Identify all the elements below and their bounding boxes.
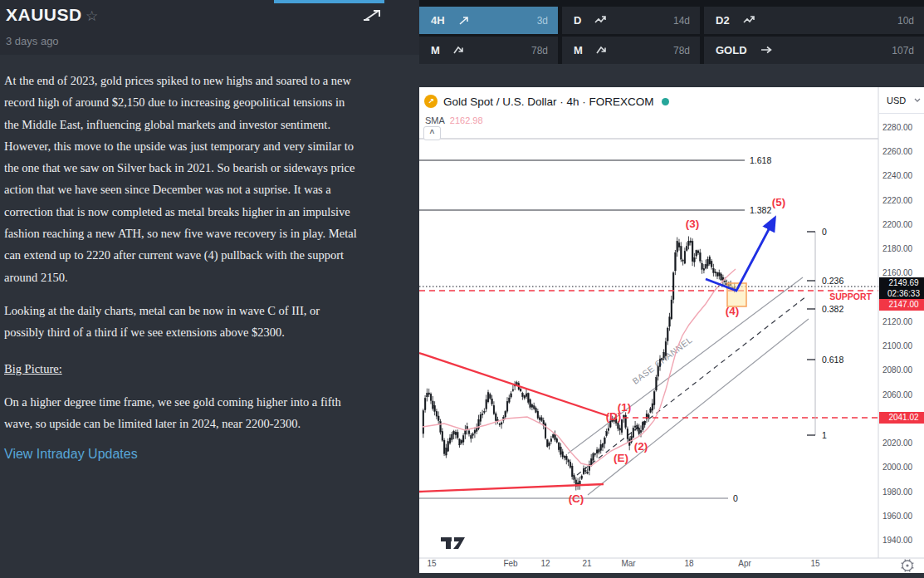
tradingview-logo bbox=[441, 537, 465, 549]
wave-label: (C) bbox=[569, 492, 584, 505]
time-axis-label: 12 bbox=[533, 559, 558, 568]
page: XAUUSD ☆ 3 days ago At the end of 2023, … bbox=[0, 0, 924, 578]
price-axis-label: 2220.00 bbox=[882, 196, 912, 205]
wave4-highlight-box bbox=[727, 283, 746, 306]
tab-duration: 78d bbox=[531, 45, 548, 56]
sma-line bbox=[423, 269, 736, 466]
arrow-up-right-icon bbox=[458, 15, 471, 26]
market-open-dot-icon bbox=[662, 98, 669, 105]
paragraph-2: Looking at the daily charts, metal can b… bbox=[4, 300, 417, 344]
price-chart[interactable]: 1.6181.3820BASE CHANNEL00.2360.3820.6181… bbox=[419, 87, 924, 573]
price-axis-label: 2120.00 bbox=[882, 317, 912, 326]
tab-m-78d[interactable]: M78d bbox=[562, 37, 700, 64]
tab-duration: 3d bbox=[537, 15, 548, 27]
tab-label: M bbox=[574, 44, 583, 56]
chart-legend[interactable]: ↗ Gold Spot / U.S. Dollar · 4h · FOREXCO… bbox=[424, 95, 669, 108]
tab-4h-3d[interactable]: 4H3d bbox=[419, 7, 558, 34]
wave-label: (4) bbox=[726, 305, 740, 317]
wave-label: (2) bbox=[634, 440, 648, 453]
price-axis-label: 2280.00 bbox=[882, 123, 912, 132]
time-axis-label: 15 bbox=[419, 559, 444, 568]
time-axis-label: Mar bbox=[616, 559, 641, 568]
price-axis-label: 2000.00 bbox=[882, 463, 912, 472]
collapse-indicators-button[interactable]: ^ bbox=[423, 126, 441, 140]
favorite-star-icon[interactable]: ☆ bbox=[86, 7, 98, 24]
tab-duration: 107d bbox=[892, 45, 914, 56]
trend-up-icon bbox=[594, 15, 607, 26]
wave5-projection-arrow bbox=[706, 218, 775, 291]
svg-text:SUPPORT: SUPPORT bbox=[829, 291, 872, 301]
time-axis-label: 21 bbox=[574, 559, 599, 568]
chart-symbol-title: Gold Spot / U.S. Dollar · 4h · FOREXCOM bbox=[443, 96, 654, 108]
chart-panel: 1.6181.3820BASE CHANNEL00.2360.3820.6181… bbox=[419, 87, 924, 573]
tab-label: D bbox=[574, 14, 581, 27]
svg-text:1: 1 bbox=[822, 430, 827, 440]
price-axis-label: 1980.00 bbox=[882, 487, 912, 497]
paragraph-1: At the end of 2023, gold prices spiked t… bbox=[4, 70, 417, 288]
big-picture-heading: Big Picture: bbox=[4, 358, 417, 380]
tab-label: M bbox=[431, 44, 440, 56]
tab-duration: 10d bbox=[897, 15, 914, 27]
bar-countdown: 02:36:33 bbox=[879, 289, 924, 300]
price-axis-label: 2180.00 bbox=[882, 244, 912, 253]
timeframe-tabs: 4H3dD14dD210dM78dM78dGOLD107d bbox=[419, 0, 924, 64]
price-axis-label: 1960.00 bbox=[882, 512, 912, 521]
posted-time: 3 days ago bbox=[6, 35, 59, 47]
view-intraday-updates-link[interactable]: View Intraday Updates bbox=[4, 447, 138, 462]
tab-label: D2 bbox=[716, 14, 730, 27]
wave-label: (3) bbox=[686, 218, 700, 230]
price-axis-label: 2060.00 bbox=[882, 390, 912, 399]
tab-m-78d[interactable]: M78d bbox=[419, 37, 558, 64]
last-price-badge: 2149.6902:36:33 bbox=[879, 277, 924, 299]
peak-arrow-icon bbox=[453, 45, 466, 56]
lower-level-price-badge: 2041.02 bbox=[879, 412, 924, 424]
tab-duration: 14d bbox=[673, 15, 690, 27]
price-axis-label: 2020.00 bbox=[882, 438, 912, 448]
price-axis-label: 2260.00 bbox=[882, 147, 912, 156]
time-axis-label: Apr bbox=[732, 559, 757, 568]
price-axis-label: 2200.00 bbox=[882, 220, 912, 229]
price-axis-label: 2080.00 bbox=[882, 365, 912, 375]
page-title: XAUUSD bbox=[6, 5, 82, 25]
tab-label: 4H bbox=[431, 14, 445, 27]
trend-up-icon bbox=[743, 15, 755, 26]
svg-text:0.618: 0.618 bbox=[822, 355, 843, 365]
currency-label: USD bbox=[887, 96, 906, 105]
svg-text:0: 0 bbox=[733, 493, 738, 503]
svg-text:1.382: 1.382 bbox=[750, 205, 771, 215]
time-axis-label: Feb bbox=[498, 559, 523, 568]
wave-label: (D) bbox=[606, 410, 622, 423]
price-axis-label: 2100.00 bbox=[882, 341, 912, 350]
peak-arrow-icon bbox=[596, 45, 609, 56]
idea-panel: XAUUSD ☆ 3 days ago At the end of 2023, … bbox=[0, 0, 419, 578]
paragraph-3: On a higher degree time frame, we see go… bbox=[4, 391, 417, 435]
indicator-name: SMA bbox=[425, 115, 445, 125]
tab-duration: 78d bbox=[673, 45, 690, 56]
indicator-row[interactable]: SMA2162.98 bbox=[425, 115, 483, 125]
svg-text:1.618: 1.618 bbox=[750, 155, 771, 165]
gold-coin-icon: ↗ bbox=[424, 95, 438, 108]
time-axis-label: 18 bbox=[677, 559, 702, 568]
arrow-right-icon bbox=[760, 45, 773, 56]
tab-label: GOLD bbox=[716, 44, 747, 56]
chevron-down-icon bbox=[914, 98, 921, 102]
idea-article: At the end of 2023, gold prices spiked t… bbox=[4, 70, 417, 446]
tab-gold-107d[interactable]: GOLD107d bbox=[704, 37, 924, 64]
time-axis-label: 15 bbox=[803, 559, 828, 568]
svg-text:0.382: 0.382 bbox=[822, 304, 843, 314]
support-price-badge: 2147.00 bbox=[879, 299, 924, 311]
trending-up-icon bbox=[362, 7, 384, 26]
tab-d2-10d[interactable]: D210d bbox=[704, 7, 924, 34]
wave-label: (5) bbox=[772, 196, 786, 208]
currency-selector[interactable]: USD bbox=[879, 87, 924, 114]
price-axis-label: 2160.00 bbox=[882, 268, 912, 277]
price-axis-label: 2240.00 bbox=[882, 171, 912, 180]
active-tab-indicator bbox=[274, 0, 384, 3]
settings-gear-icon bbox=[902, 560, 914, 572]
wave-label: (E) bbox=[614, 452, 628, 464]
svg-text:0.236: 0.236 bbox=[822, 276, 843, 286]
last-price: 2149.69 bbox=[879, 278, 924, 289]
svg-text:0: 0 bbox=[822, 227, 827, 237]
price-axis-label: 1940.00 bbox=[882, 536, 912, 545]
tab-d-14d[interactable]: D14d bbox=[562, 7, 700, 34]
